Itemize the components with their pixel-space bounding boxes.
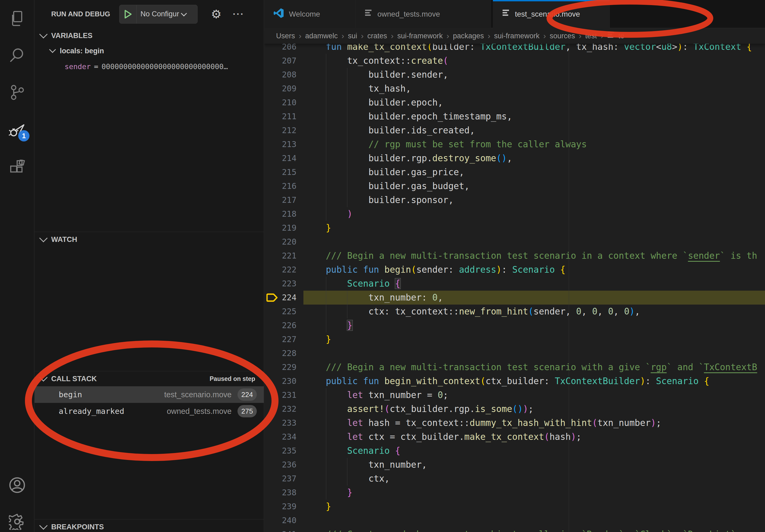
variable-value: 0000000000000000000000000000… [102,62,228,71]
code-line-222[interactable]: 222 public fun begin(sender: address): S… [264,263,765,277]
line-number: 219 [264,221,297,235]
code-line-221[interactable]: 221 /// Begin a new multi-transaction te… [264,249,765,263]
code-line-217[interactable]: 217 builder.sponsor, [264,193,765,207]
code-line-229[interactable]: 229 /// Begin a new multi-transaction te… [264,360,765,374]
code-line-241[interactable]: 241 /// Creates and shares system object… [264,527,765,532]
activitybar-run-and-debug-icon[interactable]: 1 [0,115,34,145]
code-text: builder.ids_created, [305,124,475,137]
debug-config-dropdown[interactable]: No Configur [119,5,198,24]
watch-header-label: WATCH [51,235,77,244]
breadcrumb-item[interactable]: sui-framework [397,32,443,40]
line-number: 230 [264,374,297,388]
breadcrumb-file-label: te [618,32,624,40]
breakpoints-header[interactable]: BREAKPOINTS [35,519,264,532]
code-line-225[interactable]: 225 ctx: tx_context::new_from_hint(sende… [264,305,765,319]
code-line-237[interactable]: 237 ctx, [264,472,765,486]
code-text: tx_hash, [305,82,411,96]
line-number: 229 [264,360,297,374]
activitybar-search-icon[interactable] [0,40,34,70]
code-line-209[interactable]: 209 tx_hash, [264,82,765,96]
breadcrumb-item[interactable]: Users [276,32,295,40]
code-line-234[interactable]: 234 let ctx = ctx_builder.make_tx_contex… [264,430,765,444]
code-text: let txn_number = 0; [305,388,448,402]
code-line-226[interactable]: 226 } [264,319,765,333]
activitybar-account-icon[interactable] [0,470,34,500]
tab-label: Welcome [289,10,320,19]
breadcrumb-item[interactable]: crates [368,32,387,40]
code-line-207[interactable]: 207 tx_context::create( [264,54,765,68]
code-line-231[interactable]: 231 let txn_number = 0; [264,388,765,402]
code-line-235[interactable]: 235 Scenario { [264,444,765,458]
line-number: 237 [264,472,297,486]
code-line-213[interactable]: 213 // rgp must be set from the caller a… [264,137,765,151]
code-line-216[interactable]: 216 builder.gas_budget, [264,179,765,193]
variable-row[interactable]: sender = 0000000000000000000000000000… [35,59,264,74]
line-number: 227 [264,333,297,346]
line-number: 212 [264,124,297,137]
code-text: builder.sender, [305,68,448,82]
call-stack-frame[interactable]: begin test_scenario.move 224 [35,386,264,403]
code-line-210[interactable]: 210 builder.epoch, [264,96,765,110]
code-area[interactable]: 206 fun make_tx_context(builder: TxConte… [264,0,765,532]
code-text: } [305,221,331,235]
breadcrumb-separator: › [361,31,364,40]
code-line-232[interactable]: 232 assert!(ctx_builder.rgp.is_some()); [264,402,765,416]
code-text: assert!(ctx_builder.rgp.is_some()); [305,402,533,416]
start-debug-icon[interactable] [120,5,137,23]
breadcrumb-item[interactable]: sources [550,32,575,40]
breadcrumb-file[interactable]: te [607,31,624,42]
code-line-233[interactable]: 233 let hash = tx_context::dummy_tx_hash… [264,416,765,430]
activitybar-settings-gear-icon[interactable] [0,507,34,532]
code-line-220[interactable]: 220 [264,235,765,249]
breadcrumb-separator: › [543,31,546,40]
code-text: builder.rgp.destroy_some(), [305,151,512,165]
watch-section: WATCH [35,232,264,247]
breadcrumb-item[interactable]: sui-framework [494,32,539,40]
code-line-236[interactable]: 236 txn_number, [264,458,765,472]
code-line-219[interactable]: 219 } [264,221,765,235]
code-line-230[interactable]: 230 public fun begin_with_context(ctx_bu… [264,374,765,388]
code-line-214[interactable]: 214 builder.rgp.destroy_some(), [264,151,765,165]
line-number: 224 [264,291,297,305]
line-number: 226 [264,319,297,333]
breadcrumb-item[interactable]: test [585,32,597,40]
code-text: /// Begin a new multi-transaction test s… [305,360,757,374]
watch-header[interactable]: WATCH [35,232,264,247]
line-number: 213 [264,137,297,151]
activitybar-explorer-icon[interactable] [0,4,34,33]
code-line-223[interactable]: 223 Scenario { [264,277,765,291]
breadcrumb-item[interactable]: sui [348,32,357,40]
line-number: 236 [264,458,297,472]
activitybar-extensions-icon[interactable] [0,153,34,182]
code-text: // rgp must be set from the caller alway… [305,137,587,151]
code-line-215[interactable]: 215 builder.gas_price, [264,165,765,179]
tab-owned_tests-move[interactable]: owned_tests.move [356,0,491,28]
variables-scope-row[interactable]: locals: begin [35,43,264,59]
call-stack-header[interactable]: CALL STACK Paused on step [35,371,264,386]
breadcrumb-item[interactable]: packages [453,32,484,40]
breadcrumb-item[interactable]: adamwelc [305,32,338,40]
chevron-down-icon [39,373,47,382]
code-line-227[interactable]: 227 } [264,333,765,346]
line-number: 208 [264,68,297,82]
breadcrumb[interactable]: Users›adamwelc›sui›crates›sui-framework›… [264,28,765,44]
code-line-212[interactable]: 212 builder.ids_created, [264,124,765,137]
call-stack-frame[interactable]: already_marked owned_tests.move 275 [35,403,264,419]
tab-test_scenario-move[interactable]: test_scenario.move [493,0,610,28]
activitybar-source-control-icon[interactable] [0,78,34,107]
code-line-208[interactable]: 208 builder.sender, [264,68,765,82]
code-text: tx_context::create( [305,54,448,68]
variables-header[interactable]: VARIABLES [35,28,264,43]
code-line-228[interactable]: 228 [264,346,765,360]
code-line-239[interactable]: 239 } [264,500,765,513]
code-line-224[interactable]: 224 txn_number: 0, [264,291,765,305]
debug-settings-gear-icon[interactable]: ⚙ [211,8,222,20]
code-line-211[interactable]: 211 builder.epoch_timestamp_ms, [264,110,765,124]
tab-welcome[interactable]: Welcome [264,0,356,28]
code-line-238[interactable]: 238 } [264,486,765,500]
tab-label: test_scenario.move [515,10,580,19]
code-line-240[interactable]: 240 [264,513,765,527]
more-actions-icon[interactable]: ··· [233,9,245,19]
code-line-218[interactable]: 218 ) [264,207,765,221]
code-text: builder.epoch_timestamp_ms, [305,110,512,124]
